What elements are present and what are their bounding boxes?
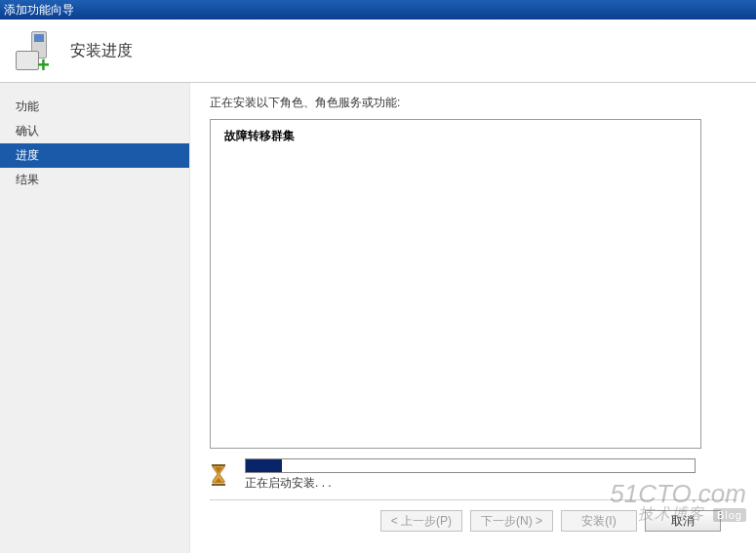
- sidebar-item-features[interactable]: 功能: [0, 95, 189, 119]
- sidebar-item-results[interactable]: 结果: [0, 168, 189, 192]
- window-titlebar: 添加功能向导: [0, 0, 756, 20]
- button-row: < 上一步(P) 下一步(N) > 安装(I) 取消: [210, 510, 736, 541]
- sidebar-item-label: 进度: [16, 148, 39, 162]
- sidebar-item-label: 功能: [16, 99, 39, 113]
- wizard-body: 功能 确认 进度 结果 正在安装以下角色、角色服务或功能: 故障转移群集: [0, 83, 756, 553]
- window-title: 添加功能向导: [4, 2, 74, 19]
- button-separator: [210, 499, 736, 500]
- sidebar-item-label: 确认: [16, 124, 39, 138]
- svg-rect-1: [212, 484, 225, 486]
- cancel-button[interactable]: 取消: [645, 510, 721, 532]
- main-panel: 正在安装以下角色、角色服务或功能: 故障转移群集 正在启动安装. . .: [190, 83, 756, 553]
- instruction-text: 正在安装以下角色、角色服务或功能:: [210, 95, 736, 111]
- wizard-header: + 安装进度: [0, 20, 756, 83]
- progress-column: 正在启动安装. . .: [245, 458, 701, 492]
- progress-status-text: 正在启动安装. . .: [245, 475, 701, 492]
- features-listbox: 故障转移群集: [210, 119, 701, 449]
- progress-bar-fill: [246, 459, 282, 472]
- sidebar-item-progress[interactable]: 进度: [0, 143, 189, 168]
- wizard-title: 安装进度: [70, 41, 133, 61]
- feature-item: 故障转移群集: [224, 128, 687, 144]
- sidebar: 功能 确认 进度 结果: [0, 83, 190, 553]
- progress-bar: [245, 458, 696, 473]
- sidebar-item-confirm[interactable]: 确认: [0, 119, 189, 143]
- sidebar-item-label: 结果: [16, 173, 39, 186]
- svg-rect-0: [212, 464, 225, 466]
- wizard-icon: +: [14, 29, 57, 72]
- next-button: 下一步(N) >: [470, 510, 553, 532]
- hourglass-icon: [210, 464, 227, 486]
- install-button: 安装(I): [561, 510, 637, 532]
- prev-button: < 上一步(P): [380, 510, 462, 532]
- progress-row: 正在启动安装. . .: [210, 458, 701, 492]
